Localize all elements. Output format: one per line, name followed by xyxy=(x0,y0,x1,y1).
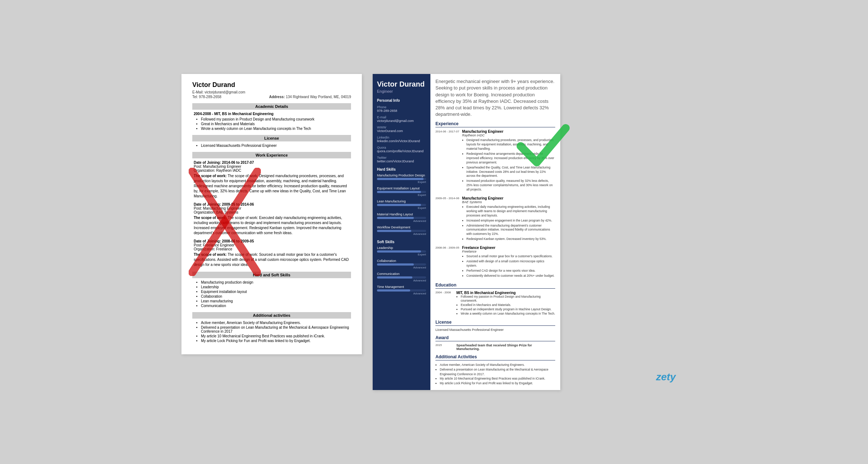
add-r-b1: Active member, American Society of Manuf… xyxy=(440,363,555,367)
right-name: Victor Durand xyxy=(377,80,426,88)
soft-skill-2-level: Advanced xyxy=(377,266,426,269)
hard-skill-2-bar-fill xyxy=(377,191,421,193)
right-exp-2-bullets: Executed daily manufacturing engineering… xyxy=(462,205,555,241)
exp2-b3: Administered the manufacturing departmen… xyxy=(466,224,555,237)
right-summary: Energetic mechanical engineer with 9+ ye… xyxy=(435,78,555,118)
hard-skill-4-level: Advanced xyxy=(377,219,426,223)
right-edu-1-title: MIT, BS in Mechanical Engineering xyxy=(456,291,555,295)
work3-scope: The scope of work: The scope of work: So… xyxy=(194,252,351,267)
www-value: VictorDurand.com xyxy=(377,129,426,133)
add-bullet-4: My article Lock Picking for Fun and Prof… xyxy=(201,339,351,343)
phone-label: Phone xyxy=(377,105,426,109)
soft-skill-4-bar-bg xyxy=(377,289,426,292)
right-title: Engineer xyxy=(377,89,426,93)
edu1-b3: Pursued an independent study program in … xyxy=(461,307,555,312)
license-header: License xyxy=(192,135,351,141)
academic-bullet-1: Followed my passion in Product Design an… xyxy=(201,117,351,121)
right-exp-2: 2009-05 - 2014-06 Manufacturing Engineer… xyxy=(435,196,555,242)
right-exp-1-body: Manufacturing Engineer Raytheon IADC Des… xyxy=(462,130,555,193)
right-exp-3-bullets: Sourced a small motor gear box for a cus… xyxy=(462,254,555,278)
quora-label: Quora xyxy=(377,146,426,149)
award-entry: 2015 Spearheaded team that received Shin… xyxy=(435,343,555,351)
education-title: Education xyxy=(435,283,555,289)
tel-label: Tel: xyxy=(192,95,198,99)
hard-skill-4-bar-bg xyxy=(377,217,426,219)
hard-skill-2-level: Expert xyxy=(377,193,426,197)
right-exp-3: 2008-06 - 2009-05 Freelance Engineer Fre… xyxy=(435,246,555,279)
add-bullet-1: Active member, American Society of Manuf… xyxy=(201,321,351,325)
contact-twitter: Twitter twitter.com/VictorJDurand xyxy=(377,156,426,163)
exp2-b2: Increased employee engagement in the Lea… xyxy=(466,219,555,223)
skills-header: Hard and Soft Skills xyxy=(192,272,351,278)
contact-email: E-mail victorjdurand@gmail.com xyxy=(377,115,426,123)
right-exp-1: 2014-06 - 2017-07 Manufacturing Engineer… xyxy=(435,130,555,193)
contact-linkedin: LinkedIn linkedin.com/in/VictorJDurand xyxy=(377,136,426,143)
hard-skill-5-name: Workflow Development xyxy=(377,226,426,229)
email-value: victorjdurand@gmail.com xyxy=(205,90,245,94)
edu1-b2: Excelled in Mechanics and Materials. xyxy=(461,303,555,307)
email-label: E-Mail: xyxy=(192,90,203,94)
right-exp-1-org: Raytheon IADC xyxy=(462,133,555,137)
work2-org: Organization: BAE Systems xyxy=(194,210,351,214)
soft-skill-4-bar-fill xyxy=(377,289,410,292)
add-r-b3: My article 10 Mechanical Engineering Bes… xyxy=(440,376,555,381)
left-name: Victor Durand xyxy=(192,81,351,89)
soft-skill-4-name: Time Management xyxy=(377,285,426,289)
additional-content: Active member, American Society of Manuf… xyxy=(192,321,351,343)
additional-header: Additional activities xyxy=(192,312,351,319)
right-edu-1-body: MIT, BS in Mechanical Engineering Follow… xyxy=(456,291,555,316)
license-title-r: License xyxy=(435,320,555,326)
skill-bullet-2: Leadership xyxy=(201,285,351,289)
soft-skill-2-bar-bg xyxy=(377,263,426,266)
email-value-r: victorjdurand@gmail.com xyxy=(377,119,426,123)
main-content: Energetic mechanical engineer with 9+ ye… xyxy=(430,74,560,390)
additional-bullets-r: Active member, American Society of Manuf… xyxy=(435,363,555,386)
exp1-b2: Redesigned machine arrangements departme… xyxy=(466,152,555,165)
academic-bullets: Followed my passion in Product Design an… xyxy=(194,117,351,131)
right-edu-1-dates: 2004 - 2008 xyxy=(435,291,453,316)
right-exp-3-body: Freelance Engineer Freelance Sourced a s… xyxy=(462,246,555,279)
work1-org: Organization: Raytheon IADC xyxy=(194,168,351,172)
resume-left: Victor Durand E-Mail: victorjdurand@gmai… xyxy=(181,74,362,354)
soft-skill-3: Communication Advanced xyxy=(377,272,426,282)
exp3-b4: Consistently delivered to customer needs… xyxy=(466,274,555,278)
hard-skill-4-name: Material Handling Layout xyxy=(377,213,426,216)
hard-skill-5-level: Advanced xyxy=(377,232,426,236)
exp1-b4: Increased production quality, measured b… xyxy=(466,179,555,192)
exp3-b1: Sourced a small motor gear box for a cus… xyxy=(466,254,555,259)
contact-quora: Quora quora.com/profile/VictorJDurand xyxy=(377,146,426,153)
contact-www: WWW VictorDurand.com xyxy=(377,126,426,133)
hard-skill-5-bar-fill xyxy=(377,230,411,232)
hard-skill-3-bar-bg xyxy=(377,204,426,206)
work3-date: Date of Joining: 2008-06 to 2009-05 xyxy=(194,239,351,243)
hard-skill-1-bar-fill xyxy=(377,178,424,180)
hard-skill-4-bar-fill xyxy=(377,217,414,219)
additional-title-r: Additional Activities xyxy=(435,354,555,360)
skills-bullets: Manufacturing production design Leadersh… xyxy=(194,280,351,308)
left-email-line: E-Mail: victorjdurand@gmail.com xyxy=(192,90,351,94)
linkedin-label: LinkedIn xyxy=(377,136,426,139)
scope-label-2: The scope of work: xyxy=(194,216,228,220)
soft-skill-1-bar-bg xyxy=(377,250,426,253)
hard-skill-3-bar-fill xyxy=(377,204,421,206)
exp2-b1: Executed daily manufacturing engineering… xyxy=(466,205,555,218)
zety-logo: zety xyxy=(656,371,676,383)
soft-skill-1-level: Expert xyxy=(377,253,426,256)
academic-content: 2004-2008 - MIT, BS in Mechanical Engine… xyxy=(192,112,351,131)
award-text: Spearheaded team that received Shingo Pr… xyxy=(456,343,555,351)
work2-post: Post: Manufacturing Engineer xyxy=(194,206,351,210)
tel-value: 978-289-2658 xyxy=(199,95,221,99)
soft-skills-title: Soft Skills xyxy=(377,240,426,244)
work-entry-2: Date of Joining: 2009-05 to 2014-06 Post… xyxy=(194,202,351,236)
soft-skill-2-bar-fill xyxy=(377,263,414,266)
hard-skill-1-level: Expert xyxy=(377,180,426,184)
phone-value: 978-289-2658 xyxy=(377,109,426,113)
twitter-label: Twitter xyxy=(377,156,426,159)
work3-org: Organization: Freelance xyxy=(194,247,351,251)
work1-date: Date of Joining: 2014-06 to 2017-07 xyxy=(194,161,351,165)
soft-skill-3-bar-bg xyxy=(377,276,426,279)
add-r-b4: My article Lock Picking for Fun and Prof… xyxy=(440,381,555,386)
soft-skill-4: Time Management Advanced xyxy=(377,285,426,295)
academic-bullet-2: Great in Mechanics and Materials xyxy=(201,122,351,126)
hard-skill-2-bar-bg xyxy=(377,191,426,193)
